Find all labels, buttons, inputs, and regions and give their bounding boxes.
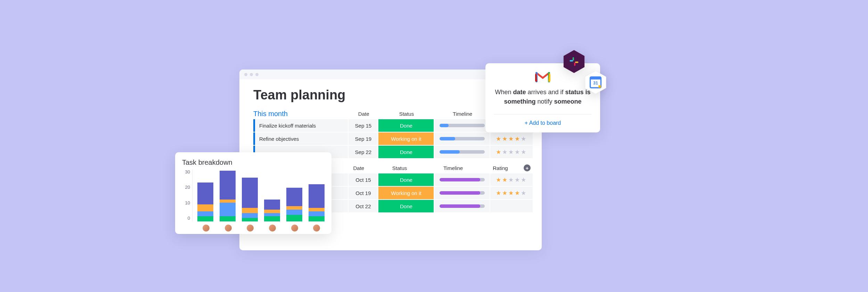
svg-rect-3 [575,62,579,63]
svg-rect-8 [598,85,601,88]
status-cell[interactable]: Done [378,119,434,132]
timeline-cell[interactable] [434,132,490,145]
add-to-board-button[interactable]: + Add to board [494,114,592,126]
rating-cell[interactable]: ★★★★★ [490,146,533,158]
column-header-timeline[interactable]: Timeline [426,165,480,171]
date-cell[interactable]: Sep 19 [349,132,378,145]
window-dot [250,73,253,76]
column-header-date[interactable]: Date [345,165,373,171]
rating-cell[interactable] [490,200,533,212]
svg-text:31: 31 [593,81,598,86]
date-cell[interactable]: Sep 22 [349,146,378,158]
plus-icon: + [524,164,531,171]
chart-y-axis: 3020100 [182,169,192,221]
google-calendar-icon: 31 [583,70,608,95]
date-cell[interactable]: Sep 15 [349,119,378,132]
status-cell[interactable]: Done [378,146,434,158]
automation-recipe-text: When date arrives and if status is somet… [494,88,592,106]
avatar-icon [313,224,320,232]
chart-bar [264,200,280,221]
column-header-status[interactable]: Status [373,165,426,171]
avatar-icon [246,224,254,232]
column-header-timeline[interactable]: Timeline [435,111,491,117]
y-tick-label: 10 [185,200,190,205]
y-tick-label: 30 [185,169,190,175]
timeline-cell[interactable] [434,119,490,132]
svg-rect-7 [590,77,601,80]
svg-rect-1 [570,60,573,62]
svg-rect-2 [573,57,574,60]
task-name-cell[interactable]: Refine objectives [253,132,348,145]
task-name-cell[interactable]: Finalize kickoff materials [253,119,348,132]
column-header-date[interactable]: Date [349,111,378,117]
task-breakdown-card: Task breakdown 3020100 [175,152,331,234]
svg-rect-4 [574,63,575,66]
avatar-icon [269,224,276,232]
slack-icon [562,49,586,74]
chart-bar [242,178,258,222]
rating-cell[interactable]: ★★★★★ [490,173,533,186]
avatar-icon [291,224,298,232]
date-cell[interactable]: Oct 15 [349,173,378,186]
svg-marker-0 [564,50,584,73]
avatar-icon [202,224,210,232]
status-cell[interactable]: Working on it [378,132,434,145]
column-header-rating[interactable]: Rating [480,165,521,171]
date-cell[interactable]: Oct 19 [349,187,378,199]
date-cell[interactable]: Oct 22 [349,200,378,212]
column-header-status[interactable]: Status [378,111,434,117]
window-dot [244,73,247,76]
status-cell[interactable]: Done [378,200,434,212]
timeline-cell[interactable] [434,146,490,158]
add-column-button[interactable]: + [521,164,533,171]
y-tick-label: 20 [185,185,190,190]
timeline-cell[interactable] [434,173,490,186]
y-tick-label: 0 [188,216,190,221]
chart-bars [192,169,325,221]
window-dot [255,73,259,76]
avatar-icon [224,224,232,232]
group-title[interactable]: This month [253,110,349,118]
chart-x-axis-avatars [182,224,325,232]
timeline-cell[interactable] [434,187,490,199]
chart-bar [286,188,302,221]
status-cell[interactable]: Working on it [378,187,434,199]
chart-title: Task breakdown [182,159,325,167]
timeline-cell[interactable] [434,200,490,212]
chart-bar [197,182,213,221]
rating-cell[interactable]: ★★★★★ [490,187,533,199]
status-cell[interactable]: Done [378,173,434,186]
chart-bar [220,171,236,221]
rating-cell[interactable]: ★★★★★ [490,132,533,145]
table-row[interactable]: Refine objectivesSep 19Working on it★★★★… [253,132,533,145]
chart-bar [309,184,325,221]
